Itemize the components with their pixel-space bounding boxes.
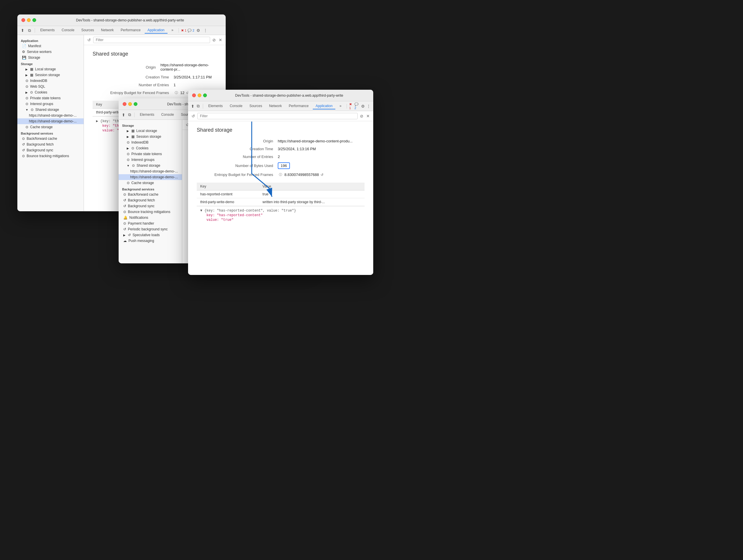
tab-more-3[interactable]: » [337, 103, 344, 110]
sidebar2-bounce[interactable]: ⊙ Bounce tracking mitigations [119, 209, 182, 215]
more-icon-1[interactable]: ⋮ [203, 28, 208, 33]
sidebar2-bg-fetch[interactable]: ↺ Background fetch [119, 198, 182, 203]
main-panel-3: ↺ ⊘ ✕ Shared storage Origin https://shar… [188, 111, 373, 275]
tab-sources-3[interactable]: Sources [247, 103, 265, 110]
tab-elements-3[interactable]: Elements [206, 103, 226, 110]
sidebar-bounce[interactable]: ⊙ Bounce tracking mitigations [17, 153, 84, 159]
tab-performance-3[interactable]: Performance [286, 103, 312, 110]
sidebar2-periodic-bg-sync[interactable]: ↺ Periodic background sync [119, 226, 182, 232]
maximize-button-2[interactable] [134, 102, 137, 106]
close-button-2[interactable] [123, 102, 126, 106]
tab-more-1[interactable]: » [169, 27, 176, 34]
layers-icon-3[interactable]: ⧉ [196, 103, 201, 109]
sidebar-back-forward[interactable]: ⊙ Back/forward cache [17, 136, 84, 141]
storage-top-icon: 💾 [22, 55, 26, 59]
sidebar-bg-sync[interactable]: ↺ Background sync [17, 147, 84, 153]
tab-network-3[interactable]: Network [266, 103, 285, 110]
local-storage-arrow: ▶ [26, 68, 28, 71]
tab-elements-2[interactable]: Elements [137, 112, 157, 118]
entropy-info-icon-1[interactable]: ⓘ [175, 91, 178, 95]
sidebar-private-state[interactable]: ⊙ Private state tokens [17, 95, 84, 101]
minimize-button-3[interactable] [198, 93, 202, 97]
gear-icon-1[interactable]: ⚙ [195, 28, 202, 33]
maximize-button-3[interactable] [203, 93, 207, 97]
gear-icon-3[interactable]: ⚙ [361, 103, 365, 109]
sidebar2-notifications[interactable]: 🔔 Notifications [119, 215, 182, 220]
sidebar2-bg-sync[interactable]: ↺ Background sync [119, 203, 182, 209]
sidebar-local-storage[interactable]: ▶ ▦ Local storage [17, 66, 84, 72]
filter-input-1[interactable] [93, 37, 210, 43]
close-button-3[interactable] [192, 93, 196, 97]
sidebar-interest-groups[interactable]: ⊙ Interest groups [17, 101, 84, 107]
devtools-body-3: ↺ ⊘ ✕ Shared storage Origin https://shar… [188, 111, 373, 275]
sidebar-1: Application 📄 Manifest ⚙ Service workers… [17, 35, 84, 211]
entropy-info-icon-3[interactable]: ⓘ [279, 172, 282, 177]
tab-performance-1[interactable]: Performance [118, 27, 143, 34]
tab-console-2[interactable]: Console [158, 112, 177, 118]
sidebar-indexeddb[interactable]: ⊙ IndexedDB [17, 78, 84, 84]
sidebar-service-workers[interactable]: ⚙ Service workers [17, 49, 84, 55]
filter-input-3[interactable] [197, 113, 358, 119]
session-storage-arrow: ▶ [26, 74, 28, 77]
entropy-refresh-icon-3[interactable]: ↺ [320, 173, 323, 177]
minimize-button-1[interactable] [27, 18, 31, 22]
sidebar-shared-storage[interactable]: ▼ ⊙ Shared storage [17, 107, 84, 113]
close-filter-icon-3[interactable]: ✕ [366, 113, 370, 119]
close-filter-icon[interactable]: ✕ [218, 37, 223, 43]
cursor-icon-2[interactable]: ⬆ [121, 112, 126, 118]
sidebar-bg-fetch[interactable]: ↺ Background fetch [17, 141, 84, 147]
cursor-icon[interactable]: ⬆ [20, 28, 26, 33]
sidebar2-local-storage[interactable]: ▶ ▦ Local storage [119, 128, 182, 134]
cursor-icon-3[interactable]: ⬆ [190, 103, 195, 109]
layers-icon-2[interactable]: ⧉ [127, 112, 132, 118]
sidebar2-payment[interactable]: ⊙ Payment handler [119, 220, 182, 226]
sidebar2-cache-storage[interactable]: ⊙ Cache storage [119, 180, 182, 186]
sidebar-cache-storage[interactable]: ⊙ Cache storage [17, 124, 84, 130]
window-title-3: DevTools - shared-storage-demo-publisher… [209, 93, 369, 97]
shared-storage-label: Shared storage [35, 107, 59, 112]
console-output-3: ▼ {key: "has-reported-content", value: "… [197, 206, 364, 225]
refresh-filter-icon-3[interactable]: ↺ [191, 113, 195, 119]
tab-application-3[interactable]: Application [313, 103, 336, 110]
sidebar2-shared-url2[interactable]: https://shared-storage-demo-... [119, 174, 182, 180]
sidebar2-push[interactable]: ☁ Push messaging [119, 238, 182, 244]
bytes-value-3: 196 [278, 162, 290, 169]
sidebar-manifest[interactable]: 📄 Manifest [17, 43, 84, 49]
sidebar2-private-state[interactable]: ⊙ Private state tokens [119, 151, 182, 157]
sidebar2-shared-url1[interactable]: https://shared-storage-demo-... [119, 168, 182, 174]
table-row-3-1[interactable]: has-reported-content true [197, 190, 364, 198]
clear-filter-icon[interactable]: ⊘ [212, 37, 216, 43]
tab-console-1[interactable]: Console [59, 27, 77, 34]
close-button-1[interactable] [21, 18, 25, 22]
tab-console-3[interactable]: Console [227, 103, 245, 110]
sidebar-shared-url2[interactable]: https://shared-storage-demo-... [17, 118, 84, 124]
sidebar2-indexeddb[interactable]: ⊙ IndexedDB [119, 139, 182, 145]
devtools-toolbar-3: ⬆ ⧉ Elements Console Sources Network Per… [188, 101, 373, 111]
content-section-3: Shared storage Origin https://shared-sto… [188, 121, 373, 231]
sidebar2-session-storage[interactable]: ▶ ▦ Session storage [119, 134, 182, 139]
more-icon-3[interactable]: ⋮ [366, 103, 371, 109]
sidebar2-shared-storage[interactable]: ▼ ⊙ Shared storage [119, 163, 182, 168]
refresh-filter-icon[interactable]: ↺ [87, 37, 91, 43]
sidebar2-back-forward[interactable]: ⊙ Back/forward cache [119, 191, 182, 198]
tab-network-1[interactable]: Network [98, 27, 117, 34]
clear-filter-icon-3[interactable]: ⊘ [359, 113, 364, 119]
sidebar-shared-url1[interactable]: https://shared-storage-demo-... [17, 113, 84, 118]
sidebar-storage-top[interactable]: 💾 Storage [17, 55, 84, 60]
sidebar2-speculative[interactable]: ▶ ↺ Speculative loads [119, 232, 182, 238]
sidebar2-interest-groups[interactable]: ⊙ Interest groups [119, 157, 182, 163]
tab-elements-1[interactable]: Elements [37, 27, 57, 34]
console-value-3: value: "true" [207, 218, 234, 222]
sidebar-websql[interactable]: ⊙ Web SQL [17, 84, 84, 89]
maximize-button-1[interactable] [32, 18, 36, 22]
sidebar-cookies[interactable]: ▶ ⊙ Cookies [17, 89, 84, 95]
console-expand-3: ▼ {key: "has-reported-content", value: "… [200, 209, 296, 213]
tab-application-1[interactable]: Application [145, 27, 168, 34]
table-row-3-2[interactable]: third-party-write-demo written into thir… [197, 198, 364, 206]
sidebar2-cookies[interactable]: ▶ ⊙ Cookies [119, 145, 182, 151]
app-section-label: Application [17, 37, 84, 43]
tab-sources-1[interactable]: Sources [78, 27, 97, 34]
layers-icon[interactable]: ⧉ [27, 28, 32, 33]
sidebar-session-storage[interactable]: ▶ ▦ Session storage [17, 72, 84, 78]
minimize-button-2[interactable] [128, 102, 132, 106]
